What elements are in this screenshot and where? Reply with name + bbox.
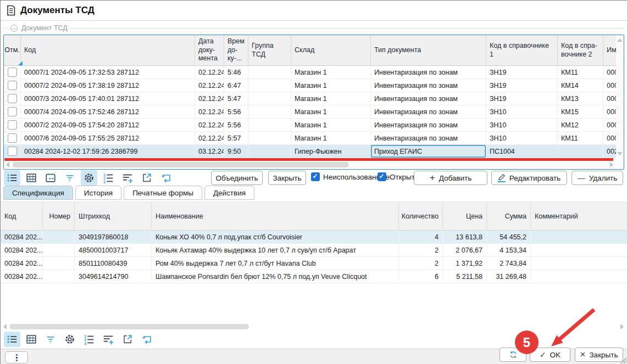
col-header-name[interactable]: Наименование (152, 202, 399, 230)
row-checkbox[interactable] (8, 120, 17, 130)
collapse-icon[interactable]: – (10, 25, 18, 32)
settings-button[interactable] (62, 332, 78, 347)
table-row[interactable]: 00007/6 2024-09-05 17:55:25 287112 02.12… (4, 132, 617, 145)
cell-price: 2 076,67 (443, 244, 487, 256)
col-header-group[interactable]: Группа ТСД (248, 35, 291, 65)
tab-actions[interactable]: Действия (204, 186, 254, 200)
resize-grip[interactable] (619, 356, 626, 363)
tab-history[interactable]: История (75, 186, 121, 200)
add-row-button[interactable] (119, 170, 136, 186)
cell-comment (531, 257, 627, 270)
col-header-price[interactable]: Цена (443, 202, 487, 230)
repeat-button[interactable] (138, 332, 155, 347)
documents-table-header: Отм. Код Дата доку- мента Врем до- ку-..… (4, 35, 617, 66)
col-header-ref1[interactable]: Код в справочнике 1 (486, 35, 558, 65)
col-header-time[interactable]: Врем до- ку-... (224, 35, 248, 65)
col-header-barcode[interactable]: Штрихкод (75, 202, 152, 230)
open-checkbox[interactable] (378, 172, 386, 181)
unused-checkbox[interactable] (311, 172, 320, 181)
bullet-list-icon (6, 172, 18, 184)
col-header-mark[interactable]: Отм. (4, 35, 21, 65)
filter-button[interactable] (42, 332, 59, 347)
add-row-button[interactable] (100, 332, 116, 347)
settings-button[interactable] (81, 170, 97, 186)
horizontal-scrollbar[interactable] (4, 161, 615, 169)
table-row[interactable]: 00007/1 2024-09-05 17:32:53 287112 02.12… (4, 66, 617, 79)
close-doc-button[interactable]: Закрыть (268, 171, 306, 185)
cell-comment (531, 270, 627, 283)
row-checkbox[interactable] (8, 94, 17, 103)
col-header-date[interactable]: Дата доку- мента (195, 35, 224, 65)
row-checkbox[interactable] (8, 81, 17, 90)
tab-print-forms[interactable]: Печатные формы (124, 186, 202, 200)
open-external-button[interactable] (119, 332, 136, 347)
open-external-button[interactable] (138, 170, 155, 186)
col-header-ref2[interactable]: Код в спра- вочнике 2 (558, 35, 603, 65)
col-header-doc-type[interactable]: Тип документа (371, 35, 486, 65)
cell-group (248, 79, 291, 92)
scroll-right-icon[interactable] (620, 324, 624, 329)
annotation-arrow (539, 305, 605, 357)
edit-document-button[interactable]: Редактировать (491, 171, 567, 185)
cell-code: 00284 202... (1, 231, 43, 243)
add-document-button[interactable]: + Добавить (414, 171, 487, 185)
spec-row[interactable]: 00284 202... 3049614214790 Шампанское Po… (1, 270, 627, 283)
tab-specification[interactable]: Спецификация (3, 186, 73, 200)
cell-sum: 4 153,34 (487, 244, 531, 256)
scroll-down-icon[interactable] (617, 152, 623, 155)
col-header-code[interactable]: Код (21, 35, 195, 65)
repeat-icon (141, 333, 153, 345)
table-row[interactable]: 00007/2 2024-09-05 17:54:20 287112 02.12… (4, 119, 617, 132)
vertical-scrollbar[interactable] (616, 36, 623, 160)
scrollbar-thumb[interactable] (13, 162, 349, 167)
col-header-comment[interactable]: Комментарий (531, 202, 627, 230)
cell-qty: 6 (399, 270, 443, 283)
cell-name: Шампанское Ponsardin бел брют 12% 0,75 л… (152, 270, 399, 283)
col-header-sum[interactable]: Сумма (487, 202, 531, 230)
calendar-add-button[interactable] (42, 170, 59, 186)
spec-row[interactable]: 00284 202... 8501110080439 Ром 40% выдер… (1, 257, 627, 270)
row-checkbox[interactable] (8, 68, 17, 77)
col-header-qty[interactable]: Количество (399, 202, 443, 230)
scroll-right-icon[interactable] (610, 162, 613, 167)
open-external-icon (121, 333, 134, 345)
cell-code: 00007/2 2024-09-05 17:54:20 287112 (21, 119, 195, 131)
numbered-list-button[interactable]: 123 (81, 332, 97, 347)
scroll-left-icon[interactable] (6, 162, 9, 167)
view-list-button[interactable] (4, 170, 20, 186)
delete-document-button[interactable]: — Удалить (571, 171, 623, 185)
table-grid-icon (25, 333, 37, 345)
col-header-number[interactable]: Номер (43, 202, 75, 230)
svg-text:3: 3 (84, 341, 86, 345)
row-checkbox[interactable] (8, 147, 17, 156)
table-row-selected[interactable]: 00284 2024-12-02 17:59:26 2386799 03.12.… (4, 145, 617, 158)
col-header-name[interactable]: Им (603, 35, 617, 65)
scrollbar-thumb[interactable] (9, 324, 249, 329)
cell-doc-type: Инвентаризация по зонам (371, 105, 486, 118)
view-grid-button[interactable] (23, 170, 40, 186)
filter-button[interactable] (62, 170, 78, 186)
more-menu-button[interactable] (5, 351, 28, 363)
col-header-warehouse[interactable]: Склад (291, 35, 371, 65)
scroll-up-icon[interactable] (617, 38, 623, 42)
repeat-button[interactable] (158, 170, 174, 186)
view-grid-button[interactable] (23, 332, 40, 347)
cell-ref1: ЗН10 (486, 119, 558, 131)
merge-button[interactable]: Объединить (211, 171, 263, 185)
scroll-left-icon[interactable] (3, 324, 7, 329)
spec-row[interactable]: 00284 202... 4850001003717 Коньяк Ахтама… (1, 244, 627, 257)
table-row[interactable]: 00007/3 2024-09-05 17:40:01 287112 02.12… (4, 92, 617, 105)
row-checkbox[interactable] (8, 107, 17, 116)
numbered-list-button[interactable]: 123 (100, 170, 116, 186)
cell-price: 13 613,8 (443, 231, 487, 243)
cell-name: 000 (603, 66, 617, 79)
row-checkbox[interactable] (8, 133, 17, 143)
documents-tsd-window: Документы ТСД – Документ ТСД Отм. Код Да… (0, 0, 627, 364)
table-row[interactable]: 00007/4 2024-09-05 17:52:46 287112 02.12… (4, 105, 617, 119)
spec-horizontal-scrollbar[interactable] (2, 323, 617, 330)
col-header-code[interactable]: Код (1, 202, 43, 230)
cell-ref2: КМ15 (558, 105, 603, 118)
table-row[interactable]: 00007/2 2024-09-05 17:38:19 287112 02.12… (4, 79, 617, 92)
view-list-button[interactable] (4, 332, 20, 347)
spec-row-selected[interactable]: 00284 202... 3049197860018 Коньяк ХО 40%… (1, 231, 627, 244)
